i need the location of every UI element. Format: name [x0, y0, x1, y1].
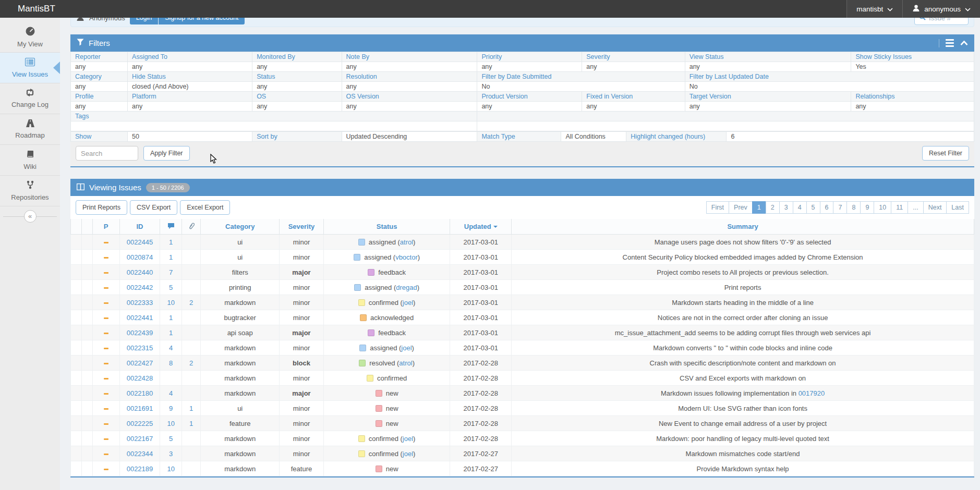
issue-id-link[interactable]: 0022344 — [127, 450, 153, 458]
page-button[interactable]: 3 — [779, 201, 793, 214]
handler-link[interactable]: atrol — [399, 359, 412, 367]
reset-filter-button[interactable]: Reset Filter — [922, 146, 969, 161]
page-button[interactable]: 7 — [833, 201, 847, 214]
filter-field-label[interactable]: Filter by Date Submitted — [477, 72, 685, 82]
sidebar-collapse-button[interactable]: « — [24, 210, 37, 223]
page-button[interactable]: Next — [923, 201, 947, 214]
filter-field-label[interactable]: Profile — [71, 92, 128, 102]
handler-link[interactable]: joel — [403, 299, 413, 307]
filter-field-label[interactable]: Category — [71, 72, 128, 82]
page-button[interactable]: 1 — [752, 201, 766, 214]
filter-field-label[interactable]: Match Type — [477, 132, 561, 142]
sidebar-item-view-issues[interactable]: View Issues — [0, 53, 60, 83]
issue-id-link[interactable]: 0022445 — [127, 238, 153, 246]
filter-field-label[interactable]: Show — [71, 132, 128, 142]
sidebar-item-repositories[interactable]: Repositories — [0, 176, 60, 206]
filter-field-label[interactable]: Status — [252, 72, 342, 82]
issue-id-link[interactable]: 0022333 — [127, 299, 153, 307]
filter-field-label[interactable]: Show Sticky Issues — [851, 52, 974, 62]
comment-count-link[interactable]: 8 — [169, 359, 173, 367]
category-column-header[interactable]: Category — [201, 219, 280, 235]
row-select-cell[interactable] — [71, 325, 82, 340]
row-select-cell[interactable] — [71, 401, 82, 416]
filter-field-label[interactable]: Target Version — [685, 92, 851, 102]
filter-field-label[interactable]: Platform — [128, 92, 252, 102]
sidebar-item-change-log[interactable]: Change Log — [0, 83, 60, 114]
issue-id-link[interactable]: 0022315 — [127, 344, 153, 352]
row-select-cell[interactable] — [71, 295, 82, 310]
row-select-cell[interactable] — [71, 446, 82, 461]
attachment-count-link[interactable]: 1 — [189, 420, 193, 427]
apply-filter-button[interactable]: Apply Filter — [143, 146, 190, 161]
comment-count-link[interactable]: 4 — [169, 389, 173, 397]
comment-count-link[interactable]: 5 — [169, 435, 173, 443]
filter-field-label[interactable]: View Status — [685, 52, 851, 62]
page-button[interactable]: 10 — [874, 201, 891, 214]
comment-count-link[interactable]: 10 — [167, 299, 175, 307]
filter-field-label[interactable]: Product Version — [477, 92, 582, 102]
filter-field-label[interactable]: OS — [252, 92, 342, 102]
row-select-cell[interactable] — [71, 386, 82, 401]
attachment-count-link[interactable]: 2 — [189, 299, 193, 307]
filter-field-label[interactable]: OS Version — [342, 92, 477, 102]
related-issue-link[interactable]: 0017920 — [798, 389, 825, 397]
filter-field-label[interactable]: Severity — [582, 52, 685, 62]
issue-id-link[interactable]: 0020874 — [127, 253, 153, 261]
page-button[interactable]: Last — [946, 201, 969, 214]
issue-id-link[interactable]: 0021691 — [127, 405, 153, 412]
page-button[interactable]: First — [706, 201, 729, 214]
attachment-count-link[interactable]: 1 — [189, 405, 193, 412]
comment-count-link[interactable]: 1 — [169, 314, 173, 322]
comment-count-link[interactable]: 1 — [169, 329, 173, 337]
page-button[interactable]: 4 — [793, 201, 807, 214]
row-select-cell[interactable] — [71, 280, 82, 295]
collapse-panel-icon[interactable] — [960, 39, 968, 47]
filter-field-label[interactable]: Fixed in Version — [582, 92, 685, 102]
comment-count-link[interactable]: 10 — [167, 465, 175, 473]
issue-id-link[interactable]: 0022189 — [127, 465, 153, 473]
priority-column-header[interactable]: P — [92, 219, 119, 235]
comment-count-link[interactable]: 5 — [169, 284, 173, 291]
comment-count-link[interactable]: 1 — [169, 238, 173, 246]
page-button[interactable]: 6 — [820, 201, 834, 214]
comment-count-link[interactable]: 9 — [169, 405, 173, 412]
row-select-cell[interactable] — [71, 416, 82, 431]
row-select-cell[interactable] — [71, 235, 82, 250]
page-button[interactable]: 9 — [860, 201, 874, 214]
page-button[interactable]: 8 — [846, 201, 861, 214]
id-column-header[interactable]: ID — [119, 219, 160, 235]
summary-column-header[interactable]: Summary — [512, 219, 974, 235]
issue-id-link[interactable]: 0022439 — [127, 329, 153, 337]
issue-id-link[interactable]: 0022167 — [127, 435, 153, 443]
handler-link[interactable]: joel — [403, 435, 413, 443]
issue-id-link[interactable]: 0022225 — [127, 420, 153, 427]
page-button[interactable]: ... — [908, 201, 923, 214]
row-select-cell[interactable] — [71, 340, 82, 356]
filter-field-label[interactable]: Priority — [477, 52, 582, 62]
comment-count-link[interactable]: 10 — [167, 420, 175, 427]
handler-link[interactable]: dregad — [396, 284, 417, 291]
user-dropdown[interactable]: anonymous — [902, 0, 980, 18]
page-button[interactable]: Prev — [729, 201, 753, 214]
comment-count-link[interactable]: 7 — [169, 268, 173, 276]
sidebar-item-roadmap[interactable]: Roadmap — [0, 114, 60, 145]
filter-field-label[interactable]: Resolution — [342, 72, 477, 82]
page-button[interactable]: 2 — [766, 201, 780, 214]
severity-column-header[interactable]: Severity — [280, 219, 324, 235]
status-column-header[interactable]: Status — [323, 219, 450, 235]
page-button[interactable]: 5 — [806, 201, 820, 214]
row-select-cell[interactable] — [71, 356, 82, 371]
issue-id-link[interactable]: 0022441 — [127, 314, 153, 322]
attachment-count-link[interactable]: 2 — [189, 359, 193, 367]
issue-id-link[interactable]: 0022440 — [127, 268, 153, 276]
filter-field-label[interactable]: Tags — [71, 112, 477, 121]
issue-id-link[interactable]: 0022427 — [127, 359, 153, 367]
page-button[interactable]: 11 — [891, 201, 908, 214]
handler-link[interactable]: joel — [403, 450, 413, 458]
filter-field-label[interactable]: Assigned To — [128, 52, 252, 62]
updated-column-header[interactable]: Updated — [450, 219, 512, 235]
handler-link[interactable]: joel — [401, 344, 412, 352]
print-reports-button[interactable]: Print Reports — [76, 200, 127, 215]
comments-column-header[interactable] — [160, 219, 182, 235]
row-select-cell[interactable] — [71, 250, 82, 265]
